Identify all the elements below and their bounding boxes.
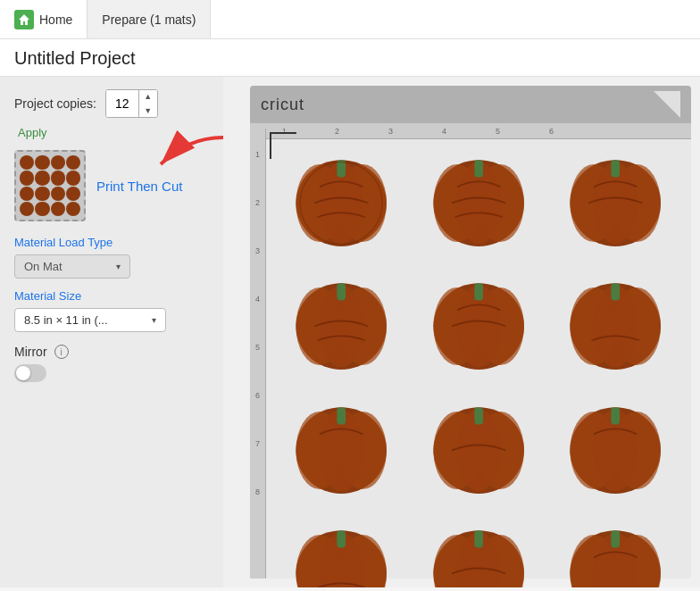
page-title: Untitled Project: [14, 48, 686, 69]
canvas-area: cricut 1 2 3 4 5 6 1 2 3 4 5 6 7 8: [223, 77, 700, 587]
pumpkin-cell-8: [412, 385, 545, 504]
pumpkin-cell-6: [549, 261, 682, 380]
home-tab-label: Home: [39, 12, 72, 27]
copies-input-wrap: ▲ ▼: [105, 89, 158, 118]
pumpkin-cell-2: [412, 137, 545, 257]
material-size-section-label: Material Size: [14, 289, 209, 303]
home-tab[interactable]: Home: [0, 0, 88, 38]
ruler-side-8: 8: [255, 487, 260, 496]
material-load-section-label: Material Load Type: [14, 236, 209, 249]
project-copies-row: Project copies: ▲ ▼: [14, 89, 209, 118]
ruler-side-4: 4: [255, 295, 260, 304]
ruler-side-1: 1: [255, 150, 260, 159]
svg-rect-47: [611, 407, 620, 424]
preview-thumbnail: [14, 150, 86, 221]
home-icon: [14, 10, 34, 29]
svg-rect-42: [474, 407, 483, 424]
mirror-label: Mirror: [14, 345, 47, 359]
pumpkin-cell-3: [549, 137, 682, 257]
material-size-value: 8.5 in × 11 in (...: [24, 313, 108, 327]
pumpkin-cell-10: [275, 508, 408, 587]
prepare-tab-label: Prepare (1 mats): [102, 12, 196, 27]
ruler-side: 1 2 3 4 5 6 7 8: [250, 129, 266, 579]
svg-marker-0: [19, 14, 29, 25]
svg-rect-37: [338, 407, 346, 424]
material-size-dropdown[interactable]: 8.5 in × 11 in (... ▾: [14, 308, 166, 332]
ruler-side-5: 5: [255, 343, 260, 352]
page-header: Untitled Project: [0, 39, 700, 77]
main-layout: Project copies: ▲ ▼ Apply: [0, 77, 700, 587]
pumpkin-cell-9: [549, 385, 682, 504]
on-mat-label: On Mat: [24, 260, 62, 273]
ruler-side-7: 7: [255, 439, 260, 448]
pumpkin-cell-11: [412, 508, 545, 587]
svg-rect-52: [338, 530, 346, 547]
chevron-down-icon: ▾: [116, 262, 121, 271]
cricut-logo: cricut: [261, 96, 304, 114]
material-load-dropdown[interactable]: On Mat ▾: [14, 254, 130, 279]
increment-button[interactable]: ▲: [139, 89, 157, 104]
pumpkin-cell-1: [275, 137, 408, 257]
prepare-tab[interactable]: Prepare (1 mats): [88, 0, 211, 38]
size-chevron-icon: ▾: [152, 315, 156, 325]
ruler-side-6: 6: [255, 391, 260, 400]
decrement-button[interactable]: ▼: [139, 104, 157, 118]
pumpkin-cell-4: [275, 261, 408, 380]
copies-arrows: ▲ ▼: [138, 89, 157, 118]
sidebar: Project copies: ▲ ▼ Apply: [0, 77, 223, 587]
pumpkin-cell-5: [412, 261, 545, 380]
svg-rect-27: [474, 283, 483, 300]
info-symbol: i: [60, 347, 62, 357]
preview-card: Print Then Cut: [14, 150, 209, 221]
svg-rect-17: [611, 160, 620, 177]
mirror-row: Mirror i: [14, 345, 209, 359]
pumpkin-cell-7: [275, 385, 408, 504]
mirror-info-icon[interactable]: i: [54, 345, 69, 359]
apply-link[interactable]: Apply: [18, 126, 47, 139]
mirror-toggle-wrap: [14, 364, 209, 382]
project-copies-label: Project copies:: [14, 96, 96, 111]
mat-type-label: Print Then Cut: [96, 177, 182, 196]
svg-rect-12: [474, 160, 483, 177]
cricut-corner-shape: [654, 91, 680, 118]
top-navigation: Home Prepare (1 mats): [0, 0, 700, 39]
mirror-toggle[interactable]: [14, 364, 46, 382]
svg-rect-62: [611, 530, 620, 547]
svg-rect-22: [338, 283, 346, 300]
cricut-header-bar: cricut: [250, 86, 691, 123]
toggle-thumb: [16, 366, 30, 380]
mat-container: cricut 1 2 3 4 5 6 1 2 3 4 5 6 7 8: [250, 86, 691, 579]
svg-rect-32: [611, 283, 620, 300]
svg-rect-57: [474, 530, 483, 547]
pumpkin-cell-12: [549, 508, 682, 587]
pumpkin-grid: [266, 129, 691, 579]
ruler-side-3: 3: [255, 246, 260, 255]
ruler-side-2: 2: [255, 198, 260, 207]
copies-input[interactable]: [106, 89, 138, 118]
